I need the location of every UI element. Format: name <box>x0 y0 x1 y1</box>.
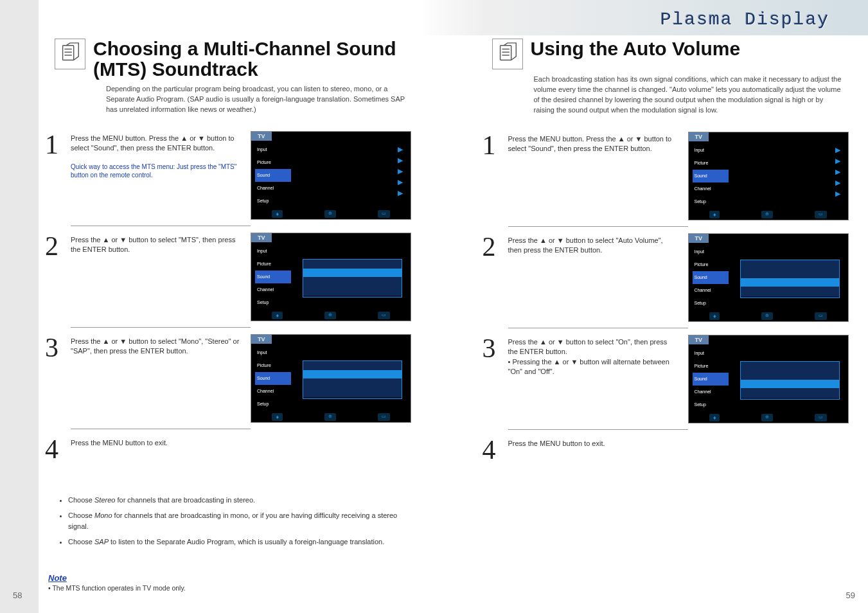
step-text: Press the ▲ or ▼ button to select "Mono"… <box>71 337 239 355</box>
step-text: Press the MENU button. Press the ▲ or ▼ … <box>71 134 235 152</box>
step-3-left: 3 Press the ▲ or ▼ button to select "Mon… <box>45 334 415 429</box>
step-text: Press the ▲ or ▼ button to select "MTS",… <box>71 236 235 253</box>
page-number-left: 58 <box>13 591 22 600</box>
step-3-right: 3 Press the ▲ or ▼ button to select "On"… <box>483 335 869 430</box>
step-text: Press the MENU button to exit. <box>71 439 168 447</box>
quick-tip: Quick way to access the MTS menu: Just p… <box>71 163 241 180</box>
step-2-left: 2 Press the ▲ or ▼ button to select "MTS… <box>45 233 415 328</box>
step-num: 2 <box>45 233 71 328</box>
step-1-right: 1 Press the MENU button. Press the ▲ or … <box>483 132 869 227</box>
step-text: Press the MENU button to exit. <box>508 440 605 447</box>
step-num: 4 <box>45 436 71 463</box>
page-number-right: 59 <box>846 591 855 600</box>
tv-thumb-2l: TV Input Picture Sound Channel Setup ♦⊕▭ <box>251 233 411 321</box>
intro-left: Depending on the particular program bein… <box>106 84 408 115</box>
tv-thumb-3l: TV Input Picture Sound Channel Setup ♦⊕▭ <box>251 334 411 423</box>
section-title-right: Using the Auto Volume <box>531 39 741 59</box>
plasma-header: Plasma Display <box>418 0 868 35</box>
step-num: 3 <box>45 334 71 429</box>
left-page: Choosing a Multi-Channel Sound (MTS) Sou… <box>0 0 434 613</box>
tv-thumb-1l: TV Input Picture Sound Channel Setup ▶▶▶… <box>251 131 411 220</box>
step-num: 1 <box>45 131 71 226</box>
step-4-left: 4 Press the MENU button to exit. <box>45 436 415 463</box>
step-text: Press the MENU button. Press the ▲ or ▼ … <box>508 135 672 152</box>
step-num: 4 <box>483 436 508 463</box>
right-page: Plasma Display Using the Auto Volume Eac… <box>434 0 869 613</box>
step-extra: • Pressing the ▲ or ▼ button will altern… <box>508 358 669 375</box>
step-1-left: 1 Press the MENU button. Press the ▲ or … <box>45 131 415 226</box>
step-num: 2 <box>483 233 508 328</box>
note-text: • The MTS function operates in TV mode o… <box>48 584 415 592</box>
step-text: Press the ▲ or ▼ button to select "On", … <box>508 338 668 355</box>
step-text: Press the ▲ or ▼ button to select "Auto … <box>508 236 663 254</box>
tv-thumb-1r: TV Input Picture Sound Channel Setup ▶▶▶… <box>688 132 849 220</box>
section-icon-right <box>492 39 523 69</box>
intro-right: Each broadcasting station has its own si… <box>534 75 842 116</box>
tv-thumb-3r: TV Input Picture Sound Channel Setup ♦⊕▭ <box>688 335 849 423</box>
bullet-list: Choose Stereo for channels that are broa… <box>58 495 415 547</box>
footnote: Note • The MTS function operates in TV m… <box>48 573 415 592</box>
svg-rect-0 <box>63 46 74 60</box>
section-title-left: Choosing a Multi-Channel Sound (MTS) Sou… <box>93 39 415 79</box>
note-label: Note <box>48 573 415 583</box>
step-4-right: 4 Press the MENU button to exit. <box>483 436 869 463</box>
tv-thumb-2r: TV Input Picture Sound Channel Setup ♦⊕▭ <box>688 233 849 322</box>
svg-rect-4 <box>500 46 511 60</box>
step-2-right: 2 Press the ▲ or ▼ button to select "Aut… <box>483 233 869 328</box>
step-num: 3 <box>483 335 508 430</box>
section-icon-left <box>55 39 85 69</box>
step-num: 1 <box>483 132 508 227</box>
